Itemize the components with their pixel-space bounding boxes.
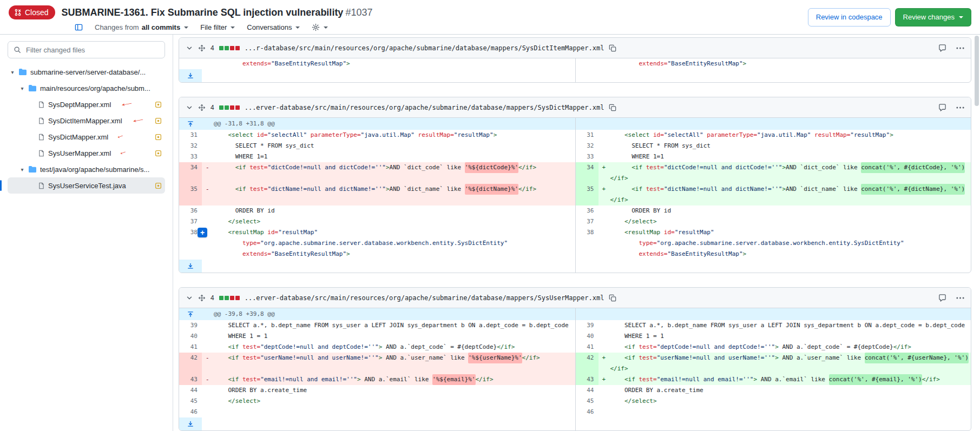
diff-left-pane: 36 ORDER BY id	[179, 205, 575, 216]
line-number-left[interactable]: 38+	[179, 227, 202, 238]
diff-right-pane: type="org.apache.submarine.server.databa…	[575, 238, 971, 249]
copy-path-icon[interactable]	[609, 104, 616, 111]
expand-up-button[interactable]	[179, 308, 202, 320]
code-line	[202, 407, 575, 417]
line-number-right[interactable]	[576, 58, 598, 69]
line-number-left[interactable]: 40	[179, 331, 202, 342]
tree-folder-test-java-org-apache-submarine-s[interactable]: ▾test/java/org/apache/submarine/s...	[8, 161, 165, 177]
review-in-codespace-button[interactable]: Review in codespace	[808, 8, 891, 26]
line-number-left[interactable]	[179, 58, 202, 69]
copy-path-icon[interactable]	[609, 294, 616, 302]
drag-handle-icon[interactable]	[198, 294, 206, 302]
line-number-right[interactable]: 43	[576, 374, 598, 385]
drag-handle-icon[interactable]	[198, 104, 206, 111]
code-line: SELECT * FROM sys_dict	[202, 141, 575, 151]
line-number-right[interactable]: 44	[576, 385, 598, 396]
collapse-file-icon[interactable]	[186, 104, 193, 111]
line-number-left[interactable]: 36	[179, 205, 202, 216]
diff-left-pane	[179, 417, 575, 430]
line-number-right[interactable]: 39	[576, 320, 598, 331]
line-number-left[interactable]: 42	[179, 353, 202, 374]
filter-changed-files-input[interactable]	[25, 45, 159, 55]
code-line: ORDER BY id	[202, 205, 575, 216]
line-number-right[interactable]: 37	[576, 216, 598, 227]
line-number-right[interactable]: 38	[576, 227, 598, 238]
collapse-file-icon[interactable]	[186, 44, 193, 52]
kebab-menu-icon[interactable]	[956, 47, 964, 49]
line-number-right[interactable]: 34	[576, 162, 598, 184]
comment-icon[interactable]	[938, 294, 946, 302]
expand-down-button[interactable]	[179, 417, 202, 430]
line-number-right[interactable]: 45	[576, 396, 598, 407]
diff-file-header: 4...r-database/src/main/resources/org/ap…	[179, 38, 971, 58]
expand-down-button[interactable]	[179, 69, 202, 82]
tree-item-label: SysDeptMapper.xml	[48, 101, 111, 109]
comment-icon[interactable]	[938, 44, 946, 52]
code-line: + <if test="userName!=null and userName!…	[598, 353, 971, 374]
line-number-right[interactable]: 40	[576, 331, 598, 342]
tree-file-sysdictmapper-xml[interactable]: SysDictMapper.xml←	[8, 129, 165, 145]
line-number-right[interactable]	[576, 238, 598, 249]
add-comment-button[interactable]: +	[198, 228, 207, 237]
conversations-dropdown[interactable]: Conversations	[247, 23, 300, 31]
code-line	[598, 260, 971, 273]
line-number-right[interactable]: 46	[576, 407, 598, 417]
code-line: extends="BaseEntityResultMap">	[598, 58, 971, 69]
line-number-left[interactable]	[179, 249, 202, 260]
line-number-left[interactable]: 44	[179, 385, 202, 396]
tree-file-sysdictitemmapper-xml[interactable]: SysDictItemMapper.xml←	[8, 112, 165, 129]
line-number-left[interactable]: 43	[179, 374, 202, 385]
line-number-right[interactable]: 31	[576, 130, 598, 141]
kebab-menu-icon[interactable]	[956, 107, 964, 109]
diff-settings-dropdown[interactable]	[312, 23, 328, 31]
hunk-row: @@ -31,8 +31,8 @@	[179, 118, 971, 130]
line-number-left[interactable]: 39	[179, 320, 202, 331]
diffstat-square	[230, 105, 234, 110]
kebab-menu-icon[interactable]	[956, 297, 964, 299]
file-tree-toggle-icon[interactable]	[75, 23, 83, 31]
file-filter-box	[8, 41, 165, 58]
tree-folder-main-resources-org-apache-subm[interactable]: ▾main/resources/org/apache/subm...	[8, 80, 165, 96]
diff-left-pane: 32 SELECT * FROM sys_dict	[179, 141, 575, 151]
review-changes-button[interactable]: Review changes	[895, 8, 971, 26]
line-number-left[interactable]: 35	[179, 184, 202, 205]
line-number-left[interactable]: 45	[179, 396, 202, 407]
line-number-right[interactable]	[576, 249, 598, 260]
line-number-right[interactable]: 42	[576, 353, 598, 374]
line-number-right[interactable]: 35	[576, 184, 598, 205]
line-number-left[interactable]: 31	[179, 130, 202, 141]
line-number-left[interactable]: 32	[179, 141, 202, 151]
file-filter-dropdown[interactable]: File filter	[200, 23, 235, 31]
folder-icon	[28, 165, 37, 173]
drag-handle-icon[interactable]	[198, 44, 206, 52]
diff-right-pane: 33 WHERE 1=1	[575, 151, 971, 162]
tree-file-sysusermapper-xml[interactable]: SysUserMapper.xml←	[8, 145, 165, 161]
tree-file-sysdeptmapper-xml[interactable]: SysDeptMapper.xml←	[8, 96, 165, 112]
line-number-right[interactable]: 36	[576, 205, 598, 216]
collapse-file-icon[interactable]	[186, 294, 193, 302]
line-number-left[interactable]: 41	[179, 342, 202, 353]
expand-down-button[interactable]	[179, 260, 202, 273]
plus-sign: +	[602, 162, 608, 173]
expand-up-button[interactable]	[179, 118, 202, 130]
line-number-left[interactable]: 46	[179, 407, 202, 417]
tree-file-sysuserservicetest-java[interactable]: SysUserServiceTest.java	[8, 177, 165, 194]
changes-from-dropdown[interactable]: Changes from all commits	[95, 23, 188, 31]
line-number-left[interactable]: 34	[179, 162, 202, 184]
diff-left-pane: 44 ORDER BY a.create_time	[179, 385, 575, 396]
tree-folder-submarine-server-server-database[interactable]: ▾submarine-server/server-database/...	[8, 64, 165, 80]
line-number-right[interactable]: 33	[576, 151, 598, 162]
line-number-right[interactable]: 41	[576, 342, 598, 353]
comment-icon[interactable]	[938, 103, 946, 111]
copy-path-icon[interactable]	[609, 44, 616, 52]
line-number-right[interactable]: 32	[576, 141, 598, 151]
line-number	[576, 118, 598, 130]
review-changes-label: Review changes	[903, 12, 955, 23]
diffstat	[219, 105, 240, 110]
line-number-left[interactable]	[179, 238, 202, 249]
scrollbar-thumb[interactable]	[975, 36, 979, 106]
line-number-left[interactable]: 37	[179, 216, 202, 227]
diff-area: 4...r-database/src/main/resources/org/ap…	[173, 35, 980, 431]
diff-right-pane: 39 SELECT a.*, b.dept_name FROM sys_user…	[575, 320, 971, 331]
line-number-left[interactable]: 33	[179, 151, 202, 162]
